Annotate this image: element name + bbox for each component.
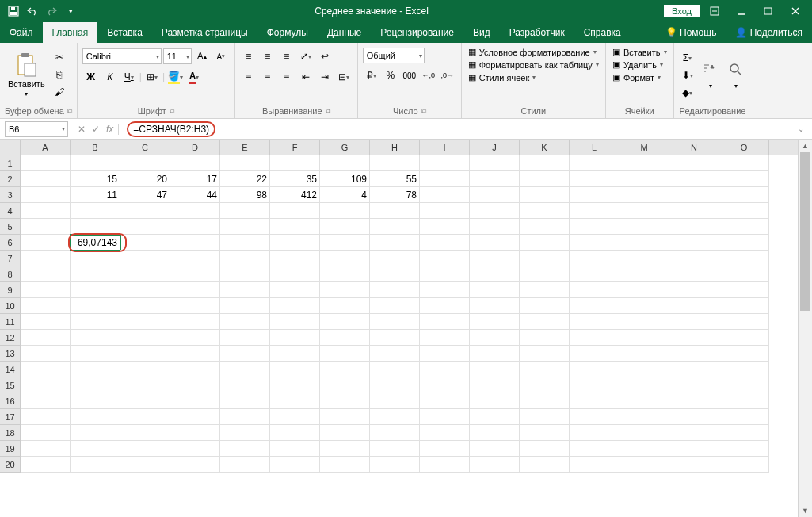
cell[interactable] <box>320 219 370 235</box>
cell[interactable] <box>320 346 370 362</box>
cell[interactable] <box>220 282 270 298</box>
cell[interactable] <box>420 171 470 187</box>
cell[interactable] <box>619 314 669 330</box>
cell[interactable] <box>120 203 170 219</box>
redo-icon[interactable] <box>43 2 60 20</box>
cell[interactable] <box>520 251 570 266</box>
name-box[interactable]: B6 <box>5 121 68 137</box>
conditional-format-button[interactable]: ▦Условное форматирование <box>467 46 598 58</box>
cell[interactable] <box>520 441 570 457</box>
align-left-icon[interactable]: ≡ <box>240 68 257 86</box>
cell[interactable] <box>619 425 669 441</box>
cell[interactable] <box>220 346 270 362</box>
cell[interactable] <box>719 330 769 346</box>
expand-number-icon[interactable]: ⧉ <box>421 107 426 116</box>
comma-icon[interactable]: 000 <box>401 67 418 84</box>
cell[interactable] <box>719 282 769 298</box>
cell[interactable] <box>619 298 669 314</box>
cell[interactable] <box>719 346 769 362</box>
vertical-scrollbar[interactable]: ▲ ▼ <box>798 140 812 517</box>
cell[interactable] <box>470 377 520 393</box>
row-header[interactable]: 17 <box>0 409 21 425</box>
cell[interactable]: 69,07143 <box>71 235 120 251</box>
cell[interactable] <box>470 187 520 203</box>
cell[interactable]: 78 <box>370 187 420 203</box>
cell[interactable] <box>470 298 520 314</box>
cell[interactable] <box>71 393 120 409</box>
cell[interactable] <box>719 377 769 393</box>
cell[interactable] <box>270 346 320 362</box>
cell[interactable] <box>719 203 769 219</box>
cell[interactable] <box>71 377 120 393</box>
cell[interactable] <box>619 219 669 235</box>
cell[interactable] <box>719 235 769 251</box>
cell[interactable] <box>270 282 320 298</box>
cell[interactable] <box>270 203 320 219</box>
row-header[interactable]: 16 <box>0 393 21 409</box>
cell[interactable] <box>120 266 170 282</box>
increase-decimal-icon[interactable]: ←,0 <box>420 67 437 84</box>
cell[interactable] <box>719 441 769 457</box>
cell[interactable] <box>71 266 120 282</box>
insert-cells-button[interactable]: ▣Вставить <box>611 46 669 58</box>
cell[interactable] <box>719 298 769 314</box>
cell[interactable] <box>320 362 370 377</box>
cell[interactable] <box>669 219 719 235</box>
cell[interactable] <box>170 203 220 219</box>
cell[interactable] <box>420 155 470 171</box>
cell[interactable] <box>120 251 170 266</box>
cell[interactable] <box>520 346 570 362</box>
cell[interactable] <box>170 251 220 266</box>
cell[interactable] <box>619 203 669 219</box>
cell[interactable] <box>669 282 719 298</box>
tell-me[interactable]: 💡 Помощь <box>656 22 726 43</box>
cell[interactable] <box>170 330 220 346</box>
tab-layout[interactable]: Разметка страницы <box>152 22 257 43</box>
cell[interactable] <box>669 377 719 393</box>
cell[interactable] <box>619 330 669 346</box>
row-header[interactable]: 6 <box>0 235 21 251</box>
cell[interactable] <box>120 314 170 330</box>
orientation-icon[interactable]: ⤢ <box>297 48 315 65</box>
cell[interactable] <box>170 409 220 425</box>
cell[interactable] <box>470 457 520 473</box>
cell[interactable] <box>520 393 570 409</box>
column-header[interactable]: H <box>370 140 420 155</box>
cell[interactable] <box>719 362 769 377</box>
cell[interactable] <box>320 425 370 441</box>
cell[interactable]: 4 <box>320 187 370 203</box>
cell[interactable] <box>21 171 71 187</box>
cell[interactable] <box>220 425 270 441</box>
cell[interactable] <box>470 282 520 298</box>
borders-icon[interactable]: ⊞ <box>143 68 161 86</box>
cell[interactable] <box>619 409 669 425</box>
cell[interactable] <box>520 266 570 282</box>
row-header[interactable]: 10 <box>0 298 21 314</box>
cell[interactable] <box>270 362 320 377</box>
row-header[interactable]: 9 <box>0 282 21 298</box>
cell[interactable] <box>71 457 120 473</box>
cell[interactable]: 98 <box>220 187 270 203</box>
cell[interactable] <box>370 409 420 425</box>
cell[interactable] <box>170 457 220 473</box>
cell[interactable] <box>570 298 619 314</box>
qat-customize-icon[interactable]: ▾ <box>62 2 79 20</box>
cell[interactable] <box>669 441 719 457</box>
cell[interactable] <box>120 409 170 425</box>
cell[interactable] <box>21 266 71 282</box>
row-header[interactable]: 8 <box>0 266 21 282</box>
cell[interactable] <box>120 441 170 457</box>
cell[interactable] <box>120 425 170 441</box>
cell[interactable] <box>170 155 220 171</box>
cell[interactable] <box>170 219 220 235</box>
cell[interactable] <box>220 235 270 251</box>
cell[interactable] <box>669 425 719 441</box>
tab-developer[interactable]: Разработчик <box>500 22 574 43</box>
cell[interactable] <box>570 346 619 362</box>
cell[interactable] <box>71 362 120 377</box>
scroll-up-icon[interactable]: ▲ <box>799 140 812 152</box>
font-size-combo[interactable]: 11 <box>163 48 192 64</box>
cell[interactable] <box>619 362 669 377</box>
row-header[interactable]: 18 <box>0 425 21 441</box>
cell[interactable] <box>669 203 719 219</box>
